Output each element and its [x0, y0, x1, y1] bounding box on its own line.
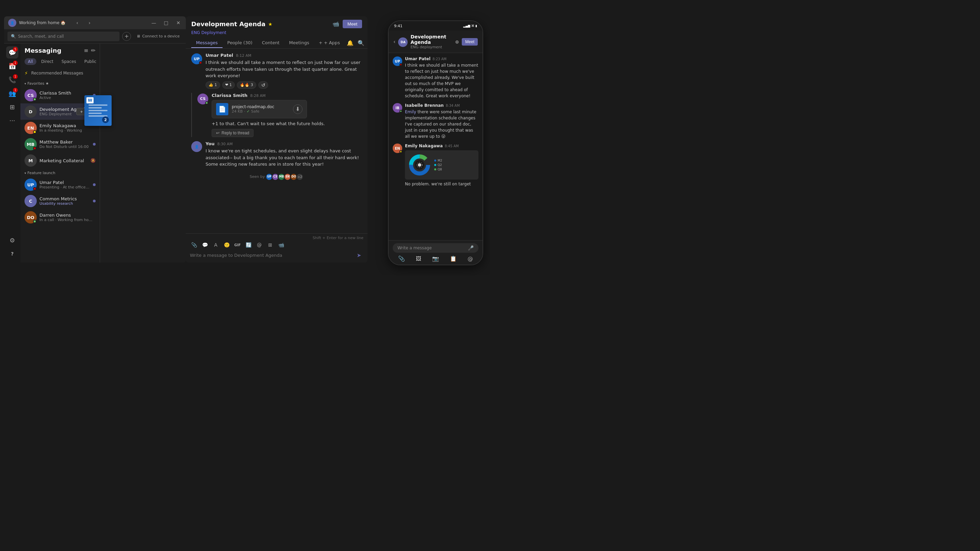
search-chat-icon[interactable]: 🔍: [356, 38, 366, 48]
new-chat-btn[interactable]: +: [122, 32, 131, 41]
filter-all[interactable]: All: [24, 58, 37, 65]
phone-gallery-btn[interactable]: 🖼: [416, 256, 421, 262]
nav-forward-btn[interactable]: ›: [86, 19, 93, 26]
darren-info: Darren Owens In a call · Working from ho…: [40, 213, 95, 222]
nav-people-btn[interactable]: 👥 1: [6, 87, 18, 99]
phone-emily-time: 8:45 AM: [445, 144, 459, 148]
tab-meetings[interactable]: Meetings: [284, 38, 314, 48]
clarissa-msg-header: Clarissa Smith 8:28 AM: [212, 93, 362, 98]
phone-emily-text: No problem. we're still on target: [405, 181, 479, 187]
notify-icon[interactable]: 🔔: [345, 38, 356, 48]
gallery-btn[interactable]: ⊞: [266, 241, 274, 249]
phone-meet-btn[interactable]: Meet: [462, 38, 478, 46]
filter-icon[interactable]: ≡: [84, 47, 88, 54]
isabelle-mention: Emily: [405, 110, 416, 114]
feature-launch-section-header[interactable]: ▾ Feature launch: [21, 169, 100, 176]
send-btn[interactable]: ➤: [355, 250, 363, 260]
search-placeholder: Search, meet, and call: [18, 34, 64, 39]
phone-options-icon[interactable]: ⊕: [455, 39, 460, 44]
chart-container: M2 Q2 Q8: [405, 150, 479, 179]
connect-device-btn[interactable]: 🖥 Connect to a device: [134, 33, 182, 40]
maximize-btn[interactable]: □: [163, 19, 169, 26]
clarissa-msg-avatar: CS: [197, 94, 208, 105]
list-item-marketing[interactable]: M Marketing Collateral 🔕: [21, 152, 100, 169]
reaction-heart[interactable]: ❤️ 1: [222, 81, 235, 89]
meet-button[interactable]: Meet: [343, 20, 362, 28]
tab-apps[interactable]: + + Apps: [314, 38, 345, 48]
phone-paperclip-btn[interactable]: 📎: [398, 256, 405, 262]
nav-settings-btn[interactable]: ⚙: [6, 234, 18, 246]
doc-line-3: [89, 110, 108, 111]
list-item-umar[interactable]: UP Umar Patel Presenting · At the office…: [21, 176, 100, 193]
chat-bubble-btn[interactable]: 💬: [201, 241, 209, 249]
phone-msg-umar: UP Umar Patel 8:23 AM I think we should …: [393, 56, 479, 99]
nav-apps-btn[interactable]: ⊞: [6, 101, 18, 113]
phone-chat-avatar: DA: [398, 37, 408, 47]
input-row: ➤: [190, 250, 363, 260]
umar-info: Umar Patel Presenting · At the office 🏢: [40, 180, 90, 189]
doc-line-2: [89, 107, 102, 108]
phone-back-btn[interactable]: ‹: [393, 38, 395, 45]
emoji-btn[interactable]: 🙂: [223, 241, 231, 249]
message-input[interactable]: [190, 251, 352, 259]
reaction-more[interactable]: ↺: [258, 81, 269, 89]
input-toolbar: 📎 💬 A 🙂 GIF 🔄 @ ⊞ 📹: [190, 241, 363, 249]
darren-sub: In a call · Working from home 🏠: [40, 218, 95, 222]
clarissa-thread-group: CS Clarissa Smith 8:28 AM 📄 project-road…: [191, 93, 362, 137]
phone-isabelle-avatar: IB: [393, 103, 402, 113]
nav-help-btn[interactable]: ?: [6, 248, 18, 260]
reaction-fire[interactable]: 🔥🔥 3: [237, 81, 256, 89]
search-box[interactable]: 🔍 Search, meet, and call: [8, 32, 119, 41]
common-metrics-avatar: C: [24, 195, 37, 207]
nav-back-btn[interactable]: ‹: [74, 19, 81, 26]
close-btn[interactable]: ✕: [175, 19, 182, 26]
wifi-icon: ⌘: [471, 24, 474, 27]
phone-emily-content: Emily Nakagawa 8:45 AM: [405, 143, 479, 187]
recommended-messages-item[interactable]: ⚡ Recommended Messages: [21, 67, 100, 79]
umar-reactions: 👍 1 ❤️ 1 🔥🔥 3 ↺: [205, 81, 362, 89]
file-download-btn[interactable]: ⬇: [293, 105, 302, 114]
new-message-btn[interactable]: ✏: [91, 47, 95, 54]
video-msg-btn[interactable]: 📹: [277, 241, 285, 249]
tab-content[interactable]: Content: [257, 38, 285, 48]
phone-mic-btn[interactable]: 🎤: [468, 245, 474, 251]
filter-direct[interactable]: Direct: [38, 58, 57, 65]
matthew-badge: [93, 143, 95, 146]
favorites-section-header[interactable]: ▾ Favorites ★: [21, 79, 100, 87]
mention-btn[interactable]: @: [255, 241, 263, 249]
nav-calendar-btn[interactable]: 📅 1: [6, 60, 18, 72]
nav-chat-btn[interactable]: 💬 5: [6, 46, 18, 59]
seen-avatars: UP CS MB EN DO +2: [267, 173, 304, 181]
filter-public[interactable]: Public: [81, 58, 100, 65]
list-item-common-metrics[interactable]: C Common Metrics Usability research: [21, 193, 100, 209]
phone-messages: UP Umar Patel 8:23 AM I think we should …: [388, 53, 482, 240]
phone-emily-name: Emily Nakagawa: [405, 143, 443, 148]
reaction-thumbs[interactable]: 👍 1: [205, 81, 220, 89]
minimize-btn[interactable]: —: [150, 19, 157, 26]
loop-btn[interactable]: 🔄: [244, 241, 253, 249]
sidebar-title: Messaging: [24, 47, 61, 54]
filter-spaces[interactable]: Spaces: [58, 58, 80, 65]
phone-isabelle-status: [399, 110, 402, 113]
format-btn[interactable]: A: [212, 241, 220, 249]
tab-people[interactable]: People (30): [223, 38, 257, 48]
clarissa-status: [33, 98, 37, 101]
phone-mention-btn[interactable]: @: [468, 256, 473, 262]
reply-thread: ↩ Reply to thread: [212, 129, 362, 137]
reply-to-thread-btn[interactable]: ↩ Reply to thread: [212, 129, 253, 137]
video-icon[interactable]: 📹: [332, 21, 339, 27]
phone-camera-btn[interactable]: 📷: [432, 256, 439, 262]
phone-clipboard-btn[interactable]: 📋: [450, 256, 457, 262]
list-item-matthew[interactable]: MB Matthew Baker Do Not Disturb until 16…: [21, 136, 100, 152]
battery-icon: ▮: [476, 24, 477, 27]
nav-more-btn[interactable]: ···: [6, 114, 18, 127]
umar-status: [33, 187, 37, 191]
tab-messages[interactable]: Messages: [191, 38, 223, 48]
list-item-darren[interactable]: DO Darren Owens In a call · Working from…: [21, 209, 100, 225]
filter-tabs: All Direct Spaces Public: [21, 56, 100, 67]
settings-icon[interactable]: ⚙: [366, 38, 368, 48]
user-avatar: 👤: [8, 19, 16, 27]
nav-call-btn[interactable]: 📞 1: [6, 73, 18, 86]
attach-btn[interactable]: 📎: [190, 241, 198, 249]
gif-btn[interactable]: GIF: [234, 241, 242, 249]
